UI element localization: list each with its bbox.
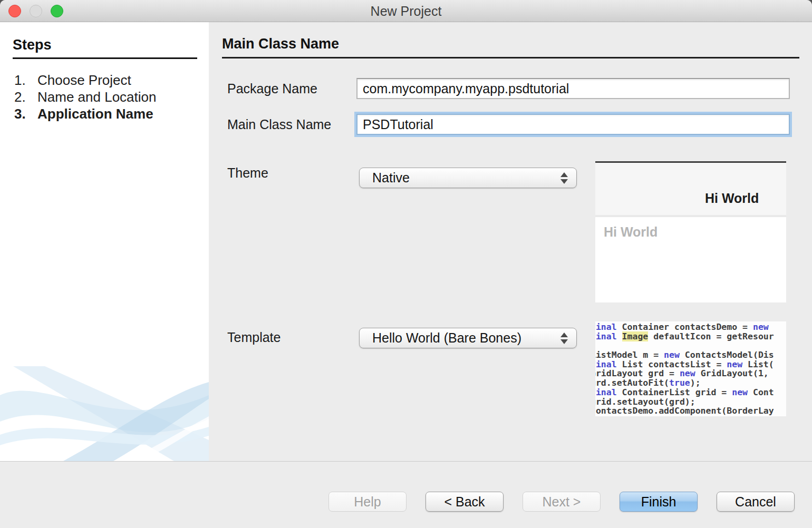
main-class-name-label: Main Class Name xyxy=(227,117,331,132)
theme-dropdown-value: Native xyxy=(372,170,410,185)
panel-heading: Main Class Name xyxy=(222,36,799,58)
code-lines: final Container contactsDemo = newfinal … xyxy=(595,322,786,416)
steps-sidebar: Steps 1. Choose Project 2. Name and Loca… xyxy=(0,22,209,461)
code-line xyxy=(595,341,786,350)
package-name-label: Package Name xyxy=(227,81,317,96)
main-panel: Main Class Name Package Name Main Class … xyxy=(209,22,812,461)
steps-list: 1. Choose Project 2. Name and Location 3… xyxy=(0,72,209,122)
step-application-name-current: 3. Application Name xyxy=(14,105,209,122)
theme-label: Theme xyxy=(227,165,268,181)
dialog-footer: Help < Back Next > Finish Cancel xyxy=(0,461,812,528)
theme-preview-titlebar: Hi World xyxy=(595,161,786,215)
cancel-button[interactable]: Cancel xyxy=(717,492,795,512)
titlebar[interactable]: New Project xyxy=(0,0,812,22)
template-dropdown-value: Hello World (Bare Bones) xyxy=(372,330,521,346)
code-line: final Container contactsDemo = new xyxy=(595,322,786,332)
code-line: grd.setAutoFit(true); xyxy=(595,378,786,388)
package-name-input[interactable] xyxy=(356,78,790,99)
theme-preview-content: Hi World xyxy=(595,217,786,240)
template-dropdown[interactable]: Hello World (Bare Bones) xyxy=(359,328,577,348)
wizard-watermark-graphic xyxy=(0,366,209,461)
theme-preview-title: Hi World xyxy=(705,191,759,206)
code-line: final Image defaultIcon = getResour xyxy=(595,332,786,341)
next-button[interactable]: Next > xyxy=(523,492,601,512)
theme-preview-content-label: Hi World xyxy=(604,224,658,239)
main-class-name-input[interactable] xyxy=(356,114,790,135)
code-line: GridLayout grd = new GridLayout(1, xyxy=(595,369,786,378)
code-line: final ContainerList grid = new Cont xyxy=(595,388,786,397)
code-line: contactsDemo.addComponent(BorderLay xyxy=(595,406,786,416)
stepper-arrows-icon xyxy=(560,328,568,348)
help-button[interactable]: Help xyxy=(328,492,407,512)
steps-heading: Steps xyxy=(13,37,197,59)
code-line: grid.setLayout(grd); xyxy=(595,397,786,407)
step-choose-project: 1. Choose Project xyxy=(14,72,209,89)
template-code-preview: final Container contactsDemo = newfinal … xyxy=(595,321,786,416)
theme-preview: Hi World Hi World xyxy=(595,161,786,302)
theme-dropdown[interactable]: Native xyxy=(359,168,577,188)
new-project-dialog: New Project Steps 1. Choose Project 2. N… xyxy=(0,0,812,528)
code-line: final List contactsList = new List( xyxy=(595,360,786,369)
template-label: Template xyxy=(227,330,281,345)
code-line: ListModel m = new ContactsModel(Dis xyxy=(595,350,786,360)
finish-button[interactable]: Finish xyxy=(620,492,698,512)
step-name-and-location: 2. Name and Location xyxy=(14,89,209,105)
back-button[interactable]: < Back xyxy=(426,492,504,512)
window-title: New Project xyxy=(0,0,812,22)
stepper-arrows-icon xyxy=(560,168,568,188)
